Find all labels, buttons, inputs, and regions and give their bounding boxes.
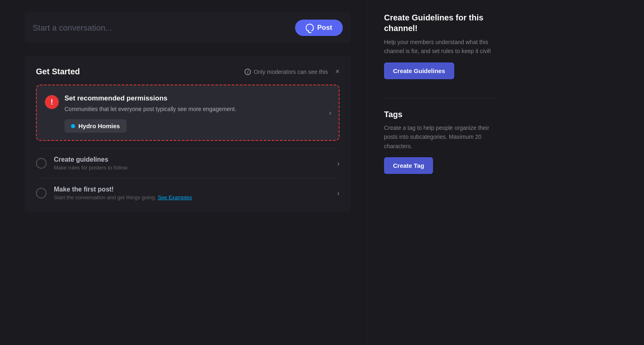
permissions-title: Set recommended permissions xyxy=(64,94,331,102)
list-item-guidelines[interactable]: Create guidelines Make rules for posters… xyxy=(36,148,340,178)
post-bar-placeholder[interactable]: Start a conversation... xyxy=(33,23,112,33)
guidelines-section-title: Create Guidelines for this channel! xyxy=(384,12,498,33)
circle-check-guidelines xyxy=(36,158,47,169)
chevron-right-first-post: › xyxy=(337,189,340,198)
moderator-note: i Only moderators can see this × xyxy=(244,67,340,76)
bubble-icon xyxy=(306,24,314,32)
get-started-title: Get Started xyxy=(36,67,80,76)
chevron-right-guidelines: › xyxy=(337,159,340,168)
get-started-section: Get Started i Only moderators can see th… xyxy=(24,56,351,212)
post-button-label: Post xyxy=(317,24,332,32)
tags-section: Tags Create a tag to help people organiz… xyxy=(384,110,498,174)
get-started-header: Get Started i Only moderators can see th… xyxy=(36,67,340,76)
post-bar: Start a conversation... Post xyxy=(24,12,351,43)
list-item-content-guidelines: Create guidelines Make rules for posters… xyxy=(54,156,330,171)
moderator-note-text: Only moderators can see this xyxy=(253,69,328,75)
community-dot xyxy=(71,124,75,128)
alert-icon: ! xyxy=(45,95,59,109)
list-item-title-guidelines: Create guidelines xyxy=(54,156,330,163)
list-item-content-first-post: Make the first post! Start the conversat… xyxy=(54,186,330,200)
list-item-desc-guidelines: Make rules for posters to follow. xyxy=(54,165,330,171)
create-guidelines-button[interactable]: Create Guidelines xyxy=(384,62,454,79)
list-item-first-post[interactable]: Make the first post! Start the conversat… xyxy=(36,178,340,208)
list-item-title-first-post: Make the first post! xyxy=(54,186,330,193)
tags-section-desc: Create a tag to help people organize the… xyxy=(384,123,498,151)
permissions-desc: Communities that let everyone post typic… xyxy=(64,105,331,114)
create-tag-button[interactable]: Create Tag xyxy=(384,157,433,174)
guidelines-section: Create Guidelines for this channel! Help… xyxy=(384,12,498,79)
tags-section-title: Tags xyxy=(384,110,498,119)
circle-check-first-post xyxy=(36,188,47,198)
list-item-desc-text: Start the conversation and get things go… xyxy=(54,194,158,200)
divider xyxy=(384,98,498,98)
see-examples-link[interactable]: See Examples xyxy=(158,194,192,200)
post-button[interactable]: Post xyxy=(295,20,343,36)
community-name: Hydro Homies xyxy=(78,122,120,129)
chevron-right-icon: › xyxy=(329,109,331,117)
permissions-card[interactable]: ! Set recommended permissions Communitie… xyxy=(36,85,340,141)
community-badge[interactable]: Hydro Homies xyxy=(64,119,127,133)
close-icon[interactable]: × xyxy=(335,67,340,76)
guidelines-section-desc: Help your members understand what this c… xyxy=(384,38,498,56)
permissions-content: Set recommended permissions Communities … xyxy=(64,94,331,133)
list-item-desc-first-post: Start the conversation and get things go… xyxy=(54,194,330,200)
right-panel: Create Guidelines for this channel! Help… xyxy=(367,0,514,345)
info-icon: i xyxy=(244,69,251,75)
